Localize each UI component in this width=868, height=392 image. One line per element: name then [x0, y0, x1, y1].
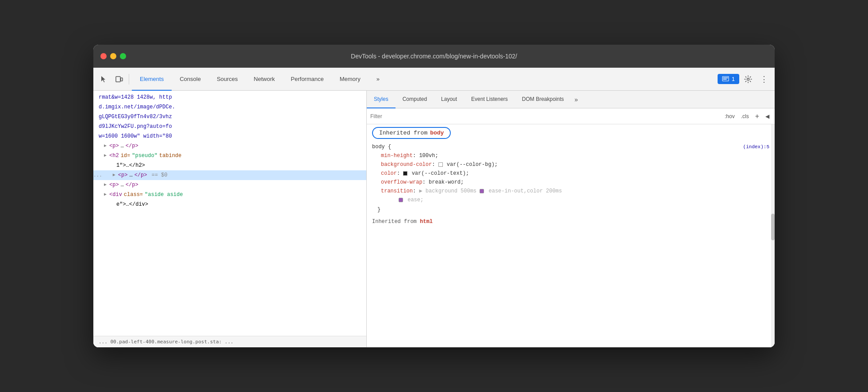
toolbar-divider: [129, 74, 129, 85]
main-toolbar: Elements Console Sources Network Perform…: [93, 68, 775, 91]
html-tree[interactable]: rmat&w=1428 1428w, http d.imgix.net/imag…: [93, 91, 366, 336]
html-line: gLQPGtEG3y0fTn4v82/3vhz: [93, 112, 366, 122]
styles-content: Inherited from body body { (index):5 min…: [367, 124, 775, 347]
subtab-computed[interactable]: Computed: [396, 91, 434, 108]
html-line: ▶ <h2 id="pseudo" tabinde: [93, 151, 366, 161]
html-line: ▶ <p>…</p>: [93, 180, 366, 190]
inherited-from-html: Inherited from html: [367, 216, 775, 227]
subtab-styles[interactable]: Styles: [367, 91, 396, 108]
css-property-background-color: background-color: var(--color-bg);: [372, 160, 769, 169]
triangle-icon[interactable]: ▶: [113, 171, 115, 180]
css-selector: body { (index):5: [372, 142, 769, 151]
add-style-button[interactable]: +: [753, 111, 761, 121]
traffic-lights: [100, 53, 126, 59]
cursor-icon[interactable]: [97, 72, 111, 86]
close-button[interactable]: [100, 53, 107, 59]
styles-panel: Styles Computed Layout Event Listeners D…: [367, 91, 775, 347]
tab-console[interactable]: Console: [172, 68, 209, 91]
transition-continuation: ease;: [372, 196, 769, 204]
tab-sources[interactable]: Sources: [209, 68, 246, 91]
more-options-icon[interactable]: ⋮: [757, 72, 771, 86]
svg-rect-0: [116, 77, 120, 82]
tab-network[interactable]: Network: [246, 68, 283, 91]
triangle-icon[interactable]: ▶: [104, 190, 107, 199]
notifications-badge[interactable]: 1: [718, 74, 739, 84]
scrollbar-track: [771, 124, 775, 347]
html-breadcrumb: ... 00.pad-left-400.measure-long.post.st…: [93, 336, 366, 347]
css-property-min-height: min-height: 100vh;: [372, 151, 769, 160]
titlebar: DevTools - developer.chrome.com/blog/new…: [93, 45, 775, 68]
html-line: ▶ <div class="aside aside: [93, 190, 366, 200]
subtabs-more-icon[interactable]: »: [571, 91, 582, 108]
html-line: ▶ <p>…</p>: [93, 141, 366, 151]
devtools-container: Elements Console Sources Network Perform…: [93, 68, 775, 347]
cls-button[interactable]: .cls: [739, 112, 751, 120]
tab-elements[interactable]: Elements: [132, 68, 172, 91]
color-swatch-black[interactable]: [403, 171, 407, 176]
subtab-dom-breakpoints[interactable]: DOM Breakpoints: [515, 91, 571, 108]
css-property-color: color: var(--color-text);: [372, 169, 769, 178]
filter-input[interactable]: [370, 113, 719, 119]
html-panel: rmat&w=1428 1428w, http d.imgix.net/imag…: [93, 91, 367, 347]
fullscreen-button[interactable]: [120, 53, 126, 59]
color-swatch-white[interactable]: [438, 162, 443, 167]
device-toolbar-icon[interactable]: [112, 72, 126, 86]
html-line: d9lJKcYw2FU.png?auto=fo: [93, 122, 366, 131]
css-close-brace: }: [372, 204, 769, 215]
css-rule-body: body { (index):5 min-height: 100vh; back…: [367, 142, 775, 216]
main-content: rmat&w=1428 1428w, http d.imgix.net/imag…: [93, 91, 775, 347]
scrollbar-thumb[interactable]: [771, 214, 775, 240]
tab-more[interactable]: »: [369, 68, 388, 91]
settings-icon[interactable]: [741, 72, 755, 86]
window-title: DevTools - developer.chrome.com/blog/new…: [351, 53, 517, 60]
html-line-selected: ... ▶ <p>…</p> == $0: [93, 170, 366, 180]
devtools-window: DevTools - developer.chrome.com/blog/new…: [93, 45, 775, 347]
html-line: d.imgix.net/image/dPDCe.: [93, 102, 366, 112]
triangle-icon[interactable]: ▶: [104, 151, 107, 160]
svg-point-3: [747, 78, 749, 80]
css-source-link[interactable]: (index):5: [743, 142, 769, 151]
html-line: w=1600 1600w" width="80: [93, 131, 366, 141]
subtab-event-listeners[interactable]: Event Listeners: [464, 91, 515, 108]
transition-checkbox[interactable]: [480, 189, 484, 193]
html-line: 1">…</h2>: [93, 161, 366, 170]
svg-rect-1: [121, 78, 123, 81]
minimize-button[interactable]: [110, 53, 116, 59]
filter-bar: :hov .cls + ◀: [367, 108, 775, 124]
subtabs-bar: Styles Computed Layout Event Listeners D…: [367, 91, 775, 108]
css-property-transition: transition: ▶ background 500ms ease-in-o…: [372, 187, 769, 196]
main-tabs: Elements Console Sources Network Perform…: [132, 68, 717, 90]
css-property-overflow-wrap: overflow-wrap: break-word;: [372, 178, 769, 187]
inherited-from-header: Inherited from body: [367, 124, 775, 142]
toggle-sidebar-button[interactable]: ◀: [764, 112, 771, 120]
html-line: e">…</div>: [93, 200, 366, 209]
subtab-layout[interactable]: Layout: [434, 91, 464, 108]
toolbar-right: 1 ⋮: [718, 72, 771, 86]
hov-button[interactable]: :hov: [723, 112, 737, 120]
triangle-icon[interactable]: ▶: [104, 181, 107, 189]
tab-memory[interactable]: Memory: [332, 68, 369, 91]
tab-performance[interactable]: Performance: [283, 68, 331, 91]
triangle-icon[interactable]: ▶: [104, 142, 107, 150]
filter-buttons: :hov .cls + ◀: [723, 111, 771, 121]
transition-checkbox-2[interactable]: [399, 198, 403, 202]
html-line: rmat&w=1428 1428w, http: [93, 92, 366, 102]
inherited-badge: Inherited from body: [372, 127, 451, 139]
